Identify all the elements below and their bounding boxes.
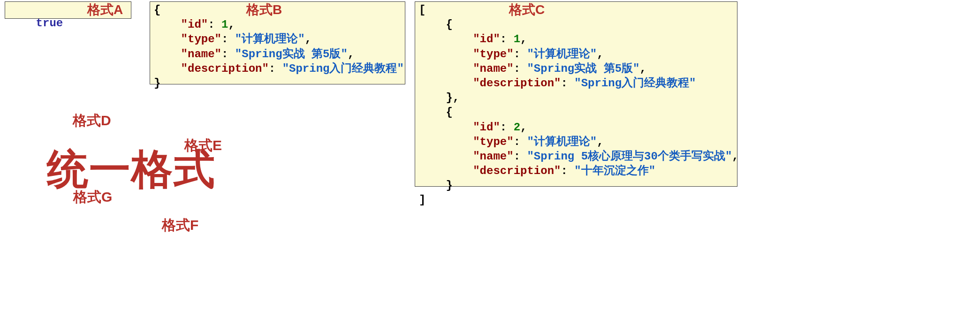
- format-a-content: true: [36, 17, 63, 30]
- format-c-code: [ { "id": 1, "type": "计算机理论", "name": "S…: [419, 3, 733, 208]
- unified-format-title: 统一格式: [47, 142, 216, 197]
- format-g-label: 格式G: [73, 188, 112, 207]
- format-c-box: [ { "id": 1, "type": "计算机理论", "name": "S…: [415, 1, 737, 187]
- format-c-label: 格式C: [509, 1, 545, 19]
- format-a-label: 格式A: [87, 1, 123, 19]
- format-f-label: 格式F: [162, 216, 198, 235]
- format-d-label: 格式D: [73, 111, 111, 130]
- format-b-label: 格式B: [246, 1, 282, 19]
